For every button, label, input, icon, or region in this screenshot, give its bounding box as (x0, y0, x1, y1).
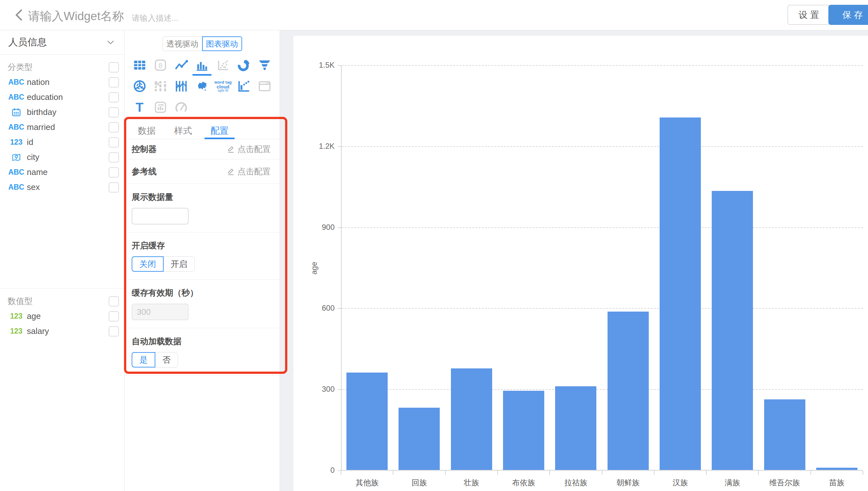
field-checkbox[interactable] (109, 152, 119, 163)
tab-数据[interactable]: 数据 (132, 123, 162, 139)
header-bar: 请输入Widget名称 请输入描述... 设 置 保 存 (0, 0, 868, 30)
field-row[interactable]: city (0, 150, 124, 165)
settings-button[interactable]: 设 置 (787, 5, 830, 25)
y-axis-tick (338, 389, 341, 390)
tab-配置[interactable]: 配置 (205, 123, 235, 139)
back-icon[interactable] (12, 8, 27, 22)
field-row[interactable]: 123salary (0, 324, 124, 339)
x-axis-category-label: 其他族 (341, 478, 393, 488)
y-axis-tick (338, 65, 341, 66)
field-row[interactable]: birthday (0, 105, 124, 120)
cache-expire-input[interactable] (132, 304, 189, 320)
y-axis-tick-label: 300 (296, 385, 334, 394)
display-count-input[interactable] (132, 208, 189, 225)
segment-option-否[interactable]: 否 (155, 352, 178, 368)
chart-canvas: age 03006009001.2K1.5K其他族回族壮族布依族拉祜族朝鲜族汉族… (293, 36, 868, 491)
field-name: married (27, 122, 109, 132)
controller-label: 控制器 (132, 144, 157, 155)
display-count-block: 展示数据量 (125, 184, 280, 232)
x-axis-category-label: 布依族 (497, 478, 550, 488)
field-checkbox[interactable] (109, 326, 119, 337)
field-name: education (27, 92, 109, 102)
mode-option-0[interactable]: 透视驱动 (162, 36, 202, 51)
field-row[interactable]: 123id (0, 135, 124, 150)
bar-chart-icon[interactable] (192, 55, 213, 76)
reference-line-row: 参考线 点击配置 (125, 159, 280, 184)
field-row[interactable]: ABCnation (0, 75, 124, 90)
x-axis-category-label: 苗族 (811, 478, 863, 488)
x-axis-tick (706, 470, 707, 475)
categorical-section-title: 分类型 (8, 62, 33, 73)
waterfall-chart-icon[interactable] (233, 76, 254, 97)
field-row[interactable]: ABCname (0, 165, 124, 180)
field-row[interactable]: ABCmarried (0, 120, 124, 135)
score-card-chart-icon: 8 (150, 55, 171, 76)
categorical-select-all-checkbox[interactable] (109, 62, 119, 73)
bar (451, 368, 492, 470)
pie-chart-icon[interactable] (233, 55, 254, 76)
x-axis-tick (863, 470, 863, 475)
field-checkbox[interactable] (109, 92, 119, 103)
segment-option-关闭[interactable]: 关闭 (132, 256, 164, 272)
text-chart-icon[interactable]: T (129, 97, 150, 118)
x-axis-category-label: 汉族 (654, 478, 706, 488)
funnel-chart-icon[interactable] (254, 55, 275, 76)
display-count-label: 展示数据量 (132, 192, 273, 203)
y-axis-title: age (310, 255, 319, 281)
field-checkbox[interactable] (109, 77, 119, 87)
field-sidebar: 人员信息 分类型 ABCnationABCeducationbirthdayAB… (0, 30, 125, 491)
reference-line-configure-link[interactable]: 点击配置 (225, 166, 273, 177)
numeric-select-all-checkbox[interactable] (109, 296, 119, 307)
field-checkbox[interactable] (109, 182, 119, 193)
parallel-chart-icon[interactable] (171, 76, 192, 97)
wordcloud-chart-icon[interactable]: word tagcloudagile Bi (213, 76, 233, 97)
bar (764, 399, 805, 470)
save-button[interactable]: 保 存 (829, 5, 868, 25)
field-name: name (27, 167, 109, 177)
widget-desc-input[interactable]: 请输入描述... (132, 13, 178, 23)
field-row[interactable]: ABCeducation (0, 90, 124, 105)
field-name: nation (27, 77, 109, 87)
gridline (342, 146, 863, 147)
map-chart-icon[interactable] (192, 76, 213, 97)
segment-option-是[interactable]: 是 (132, 352, 155, 368)
field-checkbox[interactable] (109, 311, 119, 321)
field-checkbox[interactable] (109, 137, 119, 147)
gridline (342, 227, 863, 228)
svg-text:8: 8 (159, 61, 163, 69)
line-chart-icon[interactable] (171, 55, 192, 76)
segment-option-开启[interactable]: 开启 (163, 256, 195, 272)
mode-option-1[interactable]: 图表驱动 (202, 36, 242, 51)
x-axis-category-label: 拉祜族 (550, 478, 602, 488)
y-axis-line (341, 65, 342, 470)
cache-block: 开启缓存 关闭开启 (125, 232, 280, 280)
field-row[interactable]: ABCsex (0, 180, 124, 195)
config-panel: 控制器 点击配置 参考线 点击配置 展示数据量 (125, 139, 280, 375)
bar (660, 117, 701, 470)
field-row[interactable]: 123age (0, 309, 124, 324)
field-checkbox[interactable] (109, 107, 119, 117)
field-checkbox[interactable] (109, 167, 119, 177)
widget-name-input[interactable]: 请输入Widget名称 (28, 8, 124, 24)
tab-样式[interactable]: 样式 (168, 123, 198, 139)
string-type-icon: ABC (7, 183, 26, 192)
table-chart-icon[interactable] (129, 55, 150, 76)
x-axis-tick (497, 470, 498, 475)
controller-configure-link[interactable]: 点击配置 (225, 143, 273, 155)
builder-panel: 透视驱动图表驱动 8word tagcloudagile BiT 数据样式配置 … (125, 30, 280, 491)
field-checkbox[interactable] (109, 122, 119, 133)
gridline (342, 308, 863, 309)
x-axis-category-label: 壮族 (445, 478, 497, 488)
x-axis-tick (549, 470, 550, 475)
cache-expire-block: 缓存有效期（秒） (125, 280, 280, 328)
x-axis-tick (393, 470, 394, 475)
sankey-chart-icon (150, 76, 171, 97)
string-type-icon: ABC (7, 168, 26, 177)
gridline (342, 65, 863, 66)
radar-chart-icon[interactable] (129, 76, 150, 97)
categorical-field-list: ABCnationABCeducationbirthdayABCmarried1… (0, 75, 124, 195)
cache-label: 开启缓存 (132, 240, 273, 251)
bar (399, 408, 440, 470)
x-axis-category-label: 回族 (393, 478, 445, 488)
dataset-selector[interactable]: 人员信息 (0, 30, 124, 55)
